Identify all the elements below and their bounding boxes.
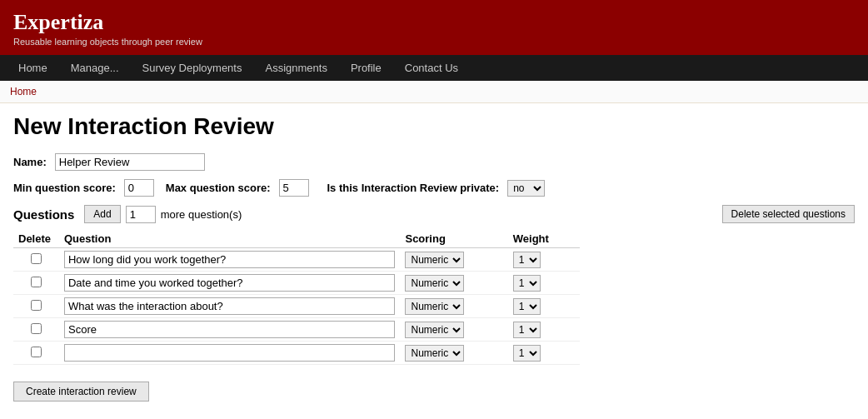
table-row: NumericText123 bbox=[13, 295, 580, 318]
page-title: New Interaction Review bbox=[13, 113, 855, 140]
questions-count-input[interactable] bbox=[126, 206, 156, 223]
question-input-2[interactable] bbox=[64, 297, 395, 315]
table-row: NumericText123 bbox=[13, 248, 580, 272]
col-question: Question bbox=[59, 230, 400, 248]
questions-header: Questions Add more question(s) Delete se… bbox=[13, 205, 855, 223]
max-score-label: Max question score: bbox=[166, 182, 271, 194]
score-row: Min question score: Max question score: … bbox=[13, 179, 855, 197]
nav-item-manage[interactable]: Manage... bbox=[59, 55, 131, 81]
table-row: NumericText123 bbox=[13, 318, 580, 342]
nav-item-assignments[interactable]: Assignments bbox=[253, 55, 338, 81]
table-row: NumericText123 bbox=[13, 342, 580, 365]
main-nav: HomeManage...Survey DeploymentsAssignmen… bbox=[0, 55, 868, 81]
delete-checkbox-1[interactable] bbox=[31, 277, 42, 287]
delete-checkbox-3[interactable] bbox=[31, 323, 42, 334]
question-input-4[interactable] bbox=[64, 344, 395, 362]
col-scoring: Scoring bbox=[400, 230, 507, 248]
breadcrumb-home[interactable]: Home bbox=[10, 86, 37, 97]
question-input-0[interactable] bbox=[64, 251, 395, 268]
main-content: New Interaction Review Name: Min questio… bbox=[0, 103, 868, 412]
max-score-input[interactable] bbox=[279, 179, 309, 197]
question-input-1[interactable] bbox=[64, 274, 395, 292]
weight-select-0[interactable]: 123 bbox=[513, 252, 541, 268]
app-title: Expertiza bbox=[13, 10, 855, 35]
app-header: Expertiza Reusable learning objects thro… bbox=[0, 0, 868, 55]
private-select[interactable]: no yes bbox=[507, 180, 545, 197]
breadcrumb: Home bbox=[0, 81, 868, 103]
col-delete: Delete bbox=[13, 230, 59, 248]
delete-checkbox-2[interactable] bbox=[31, 300, 42, 311]
create-interaction-review-button[interactable]: Create interaction review bbox=[13, 382, 149, 402]
name-row: Name: bbox=[13, 153, 855, 171]
name-label: Name: bbox=[13, 156, 47, 168]
scoring-select-3[interactable]: NumericText bbox=[405, 322, 464, 338]
private-label: Is this Interaction Review private: bbox=[327, 182, 500, 194]
weight-select-2[interactable]: 123 bbox=[513, 298, 541, 315]
nav-item-home[interactable]: Home bbox=[7, 55, 59, 81]
question-input-3[interactable] bbox=[64, 321, 395, 338]
scoring-select-0[interactable]: NumericText bbox=[405, 252, 464, 268]
questions-table: Delete Question Scoring Weight NumericTe… bbox=[13, 230, 580, 365]
nav-item-survey-deployments[interactable]: Survey Deployments bbox=[131, 55, 254, 81]
weight-select-1[interactable]: 123 bbox=[513, 275, 541, 292]
delete-checkbox-0[interactable] bbox=[31, 253, 42, 264]
name-input[interactable] bbox=[55, 153, 205, 171]
scoring-select-1[interactable]: NumericText bbox=[405, 275, 464, 292]
nav-item-contact-us[interactable]: Contact Us bbox=[393, 55, 470, 81]
scoring-select-4[interactable]: NumericText bbox=[405, 345, 464, 362]
min-score-input[interactable] bbox=[124, 179, 154, 197]
delete-selected-button[interactable]: Delete selected questions bbox=[722, 205, 855, 223]
nav-item-profile[interactable]: Profile bbox=[339, 55, 393, 81]
col-weight: Weight bbox=[508, 230, 580, 248]
app-subtitle: Reusable learning objects through peer r… bbox=[13, 37, 855, 47]
weight-select-4[interactable]: 123 bbox=[513, 345, 541, 362]
min-score-label: Min question score: bbox=[13, 182, 116, 194]
delete-checkbox-4[interactable] bbox=[31, 347, 42, 357]
questions-section-title: Questions bbox=[13, 207, 74, 222]
add-questions-button[interactable]: Add bbox=[84, 205, 120, 223]
table-row: NumericText123 bbox=[13, 272, 580, 295]
more-questions-label: more question(s) bbox=[161, 208, 242, 221]
scoring-select-2[interactable]: NumericText bbox=[405, 298, 464, 315]
weight-select-3[interactable]: 123 bbox=[513, 322, 541, 338]
